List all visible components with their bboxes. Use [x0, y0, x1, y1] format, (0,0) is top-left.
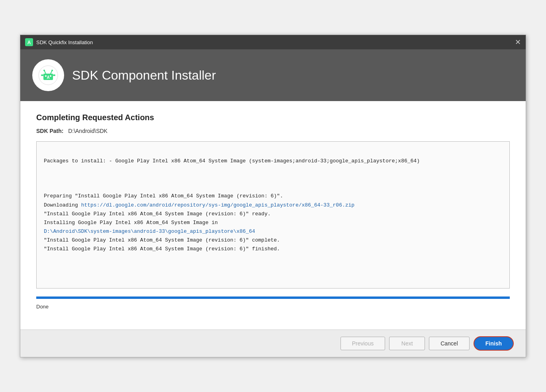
title-bar: A SDK Quickfix Installation ✕ [20, 35, 526, 49]
log-output: Packages to install: - Google Play Intel… [36, 141, 510, 289]
header-logo: A [32, 59, 64, 91]
section-title: Completing Requested Actions [36, 113, 510, 122]
status-text: Done [36, 304, 510, 310]
header-banner: A SDK Component Installer [20, 49, 526, 101]
svg-point-9 [51, 70, 53, 71]
install-path-link: D:\Android\SDK\system-images\android-33\… [44, 228, 255, 234]
progress-bar-container [36, 296, 510, 299]
cancel-button[interactable]: Cancel [429, 337, 470, 350]
content-area: Completing Requested Actions SDK Path: D… [20, 101, 526, 330]
sdk-path-value: D:\Android\SDK [68, 128, 108, 134]
svg-point-5 [50, 75, 51, 77]
progress-bar-fill [36, 296, 510, 299]
android-studio-icon: A [25, 38, 33, 46]
close-button[interactable]: ✕ [515, 39, 521, 46]
svg-point-8 [43, 70, 45, 71]
log-line-1: Packages to install: - Google Play Intel… [44, 158, 420, 164]
android-studio-logo-icon: A [38, 65, 59, 86]
svg-text:A: A [47, 75, 49, 80]
finish-button[interactable]: Finish [474, 336, 514, 351]
header-title: SDK Component Installer [72, 68, 216, 83]
title-bar-left: A SDK Quickfix Installation [25, 38, 93, 46]
sdk-path-line: SDK Path: D:\Android\SDK [36, 128, 510, 134]
svg-text:A: A [27, 40, 31, 45]
footer: Previous Next Cancel Finish [20, 330, 526, 357]
main-window: A SDK Quickfix Installation ✕ [20, 35, 526, 357]
log-line-5: "Install Google Play Intel x86 Atom_64 S… [44, 237, 280, 252]
previous-button[interactable]: Previous [341, 337, 385, 350]
log-line-4: "Install Google Play Intel x86 Atom_64 S… [44, 211, 271, 226]
window-title: SDK Quickfix Installation [36, 39, 93, 45]
sdk-path-label: SDK Path: [36, 128, 63, 134]
download-link[interactable]: https://dl.google.com/android/repository… [81, 202, 355, 208]
svg-rect-10 [41, 74, 43, 76]
svg-rect-11 [53, 74, 55, 76]
next-button[interactable]: Next [389, 337, 425, 350]
